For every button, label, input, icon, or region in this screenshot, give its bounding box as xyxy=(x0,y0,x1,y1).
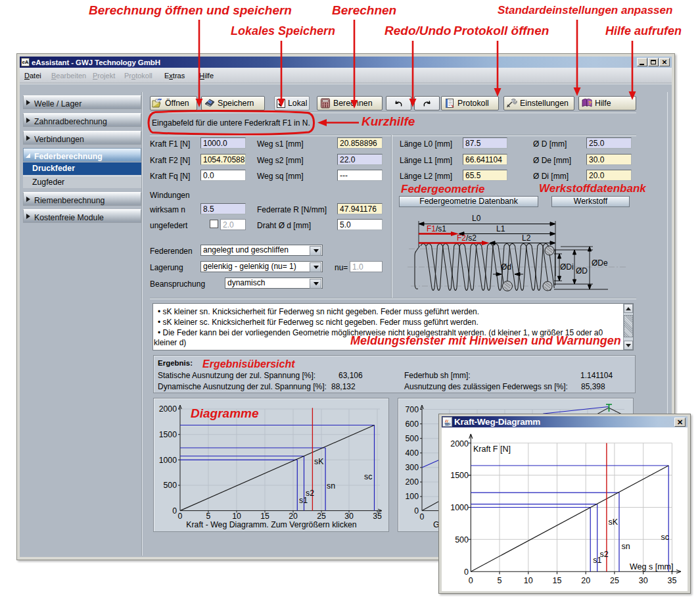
svg-text:F1/s1: F1/s1 xyxy=(427,224,446,233)
svg-text:sc: sc xyxy=(364,472,372,481)
svg-text:5: 5 xyxy=(206,512,211,521)
svg-text:0: 0 xyxy=(414,506,419,516)
svg-text:300: 300 xyxy=(405,463,419,472)
svg-text:L0: L0 xyxy=(472,214,481,223)
svg-text:sn: sn xyxy=(327,481,335,491)
svg-text:0: 0 xyxy=(464,567,469,577)
svg-text:ØDi: ØDi xyxy=(560,262,574,272)
svg-text:500: 500 xyxy=(405,434,419,443)
svg-text:400: 400 xyxy=(405,448,419,458)
svg-text:200: 200 xyxy=(405,477,419,487)
svg-text:ØD: ØD xyxy=(576,266,588,276)
svg-text:10: 10 xyxy=(524,576,533,585)
svg-text:10: 10 xyxy=(232,512,241,521)
svg-text:0: 0 xyxy=(172,506,177,516)
svg-text:sc: sc xyxy=(661,533,670,542)
svg-text:100: 100 xyxy=(405,492,419,501)
svg-text:ØDe: ØDe xyxy=(592,258,608,268)
svg-text:L2: L2 xyxy=(522,233,531,243)
svg-text:?: ? xyxy=(588,100,592,106)
svg-text:500: 500 xyxy=(455,535,469,544)
svg-text:L1: L1 xyxy=(496,224,505,233)
svg-text:1500: 1500 xyxy=(159,430,177,439)
svg-text:20: 20 xyxy=(289,512,298,521)
svg-text:30: 30 xyxy=(344,512,354,521)
svg-text:sK: sK xyxy=(609,518,618,527)
svg-text:25: 25 xyxy=(610,576,619,585)
svg-text:15: 15 xyxy=(260,512,269,521)
svg-text:35: 35 xyxy=(667,576,676,585)
svg-text:Weg s [mm]: Weg s [mm] xyxy=(630,562,673,571)
svg-text:500: 500 xyxy=(163,481,177,490)
svg-text:F2/s2: F2/s2 xyxy=(457,233,477,243)
svg-text:1000: 1000 xyxy=(159,456,177,465)
svg-text:s1: s1 xyxy=(299,496,308,505)
svg-text:0: 0 xyxy=(420,512,425,521)
svg-text:Ød: Ød xyxy=(501,262,511,272)
svg-text:20: 20 xyxy=(581,576,590,585)
svg-text:2000: 2000 xyxy=(450,439,469,448)
svg-text:1000: 1000 xyxy=(450,503,469,512)
svg-text:0: 0 xyxy=(178,512,183,521)
svg-text:2000: 2000 xyxy=(159,404,177,414)
svg-text:sn: sn xyxy=(621,542,630,551)
svg-text:5: 5 xyxy=(498,576,502,585)
svg-text:Kraft - Weg Diagramm. Zum Verg: Kraft - Weg Diagramm. Zum Vergrößern kli… xyxy=(186,520,357,529)
svg-text:600: 600 xyxy=(405,420,419,429)
svg-text:s1: s1 xyxy=(593,556,601,565)
svg-text:25: 25 xyxy=(317,512,326,521)
svg-text:35: 35 xyxy=(373,512,382,521)
svg-text:700: 700 xyxy=(405,405,419,414)
svg-text:1500: 1500 xyxy=(450,471,469,480)
svg-text:15: 15 xyxy=(553,576,562,585)
svg-text:sK: sK xyxy=(314,457,324,466)
svg-text:30: 30 xyxy=(639,576,648,585)
svg-text:Kraft F [N]: Kraft F [N] xyxy=(473,445,511,454)
svg-text:0: 0 xyxy=(469,576,473,585)
